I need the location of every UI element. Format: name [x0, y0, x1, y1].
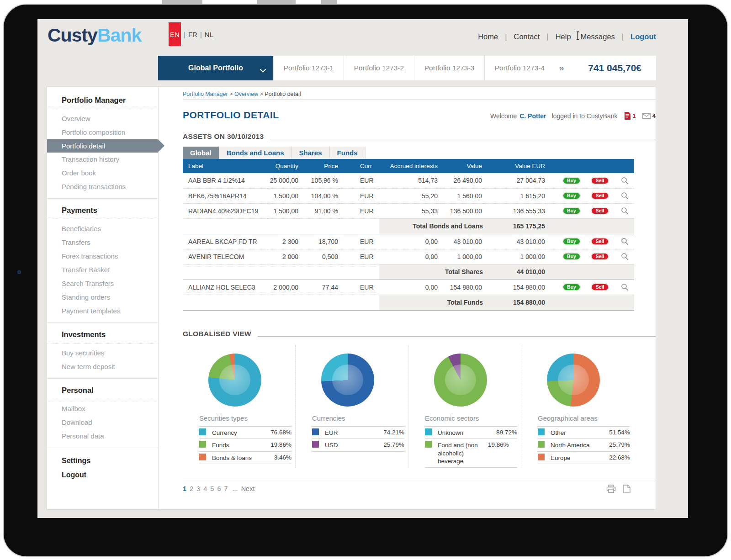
breadcrumb-portfolio-manager[interactable]: Portfolio Manager: [183, 91, 228, 97]
legend-value: 19.86%: [488, 441, 509, 448]
document-alert-icon[interactable]: [624, 111, 631, 120]
page-3[interactable]: 3: [196, 485, 200, 492]
asset-value-eur: 1 615,20: [483, 188, 546, 203]
language-switcher: EN | FR | NL: [169, 22, 213, 46]
search-icon[interactable]: [621, 253, 629, 260]
sell-button[interactable]: Sell: [591, 283, 609, 291]
legend-label: Other: [551, 428, 609, 437]
sidebar-item-personal-data[interactable]: Personal data: [47, 429, 158, 443]
sidebar-item-transaction-history[interactable]: Transaction history: [47, 153, 158, 166]
sell-button[interactable]: Sell: [591, 207, 609, 215]
legend-row: Bonds & loans 3.46%: [199, 452, 291, 465]
nav-contact[interactable]: Contact: [514, 32, 540, 41]
buy-button[interactable]: Buy: [562, 192, 581, 200]
lang-en[interactable]: EN: [169, 22, 181, 46]
print-icon[interactable]: [606, 485, 616, 493]
page-2[interactable]: 2: [190, 485, 193, 492]
lang-nl[interactable]: NL: [205, 31, 213, 38]
tab-shares[interactable]: Shares: [292, 147, 330, 159]
search-icon[interactable]: [621, 207, 629, 215]
camera-dot: [17, 270, 21, 274]
sidebar-item-forex-transactions[interactable]: Forex transactions: [47, 249, 158, 263]
page-5[interactable]: 5: [210, 485, 214, 492]
buy-button[interactable]: Buy: [562, 238, 581, 245]
buy-button[interactable]: Buy: [562, 283, 581, 291]
sell-button[interactable]: Sell: [591, 238, 609, 245]
sidebar-item-download[interactable]: Download: [47, 416, 158, 429]
mail-icon[interactable]: [642, 113, 651, 119]
tab-portfolio-1273-4[interactable]: Portfolio 1273-4: [484, 56, 555, 80]
asset-accrued: 55,33: [379, 203, 439, 218]
top-header: CustyBank EN | FR | NL Home | Contact | …: [37, 19, 688, 56]
sidebar-item-transfer-basket[interactable]: Transfer Basket: [47, 263, 158, 277]
sidebar-item-transfers[interactable]: Transfers: [47, 236, 158, 249]
sidebar-item-payment-templates[interactable]: Payment templates: [47, 304, 158, 318]
tab-global[interactable]: Global: [183, 147, 219, 159]
asset-value-eur: 27 004,73: [483, 173, 546, 188]
next-page-link[interactable]: Next: [241, 485, 255, 492]
more-portfolios-icon[interactable]: »: [555, 56, 566, 80]
sidebar-item-standing-orders[interactable]: Standing orders: [47, 291, 158, 304]
asset-price: 18,700: [299, 234, 339, 249]
sidebar-item-order-book[interactable]: Order book: [47, 166, 158, 180]
tab-portfolio-1273-2[interactable]: Portfolio 1273-2: [344, 56, 414, 80]
sell-button[interactable]: Sell: [591, 177, 609, 185]
search-icon[interactable]: [621, 192, 629, 200]
legend-row: Currency 76.68%: [199, 426, 291, 439]
sidebar-item-search-transfers[interactable]: Search Transfers: [47, 277, 158, 291]
nav-home[interactable]: Home: [478, 32, 498, 41]
tab-portfolio-1273-3[interactable]: Portfolio 1273-3: [414, 56, 484, 80]
lang-fr[interactable]: FR: [188, 31, 197, 38]
column-value-eur: Value EUR: [483, 159, 546, 173]
logo-part2: Bank: [97, 25, 141, 46]
breadcrumb-current: Portfolio detail: [265, 91, 301, 97]
legend-row: Funds 19.86%: [199, 439, 291, 452]
sidebar-item-portfolio-detail[interactable]: Portfolio detail: [47, 139, 158, 153]
nav-help[interactable]: Help: [556, 32, 571, 41]
legend-value: 19.86%: [270, 441, 291, 448]
legend-value: 22.68%: [609, 454, 630, 461]
export-document-icon[interactable]: [623, 485, 630, 493]
sidebar-item-settings[interactable]: Settings: [47, 454, 158, 468]
legend-value: 25.79%: [383, 441, 404, 448]
asset-quantity: 1 500,00: [267, 188, 299, 203]
assets-section-title: ASSETS ON 30/10/2013: [183, 132, 264, 141]
chart-title: Currencies: [312, 414, 408, 422]
sidebar-item-new-term-deposit[interactable]: New term deposit: [47, 360, 158, 374]
sidebar-item-mailbox[interactable]: Mailbox: [47, 402, 158, 416]
sidebar-item-buy-securities[interactable]: Buy securities: [47, 346, 158, 360]
buy-button[interactable]: Buy: [562, 253, 581, 260]
sidebar-item-portfolio-composition[interactable]: Portfolio composition: [47, 126, 158, 139]
page-4[interactable]: 4: [203, 485, 207, 492]
user-name[interactable]: C. Potter: [519, 112, 546, 120]
search-icon[interactable]: [621, 238, 629, 245]
tab-funds[interactable]: Funds: [330, 147, 366, 159]
page-1[interactable]: 1: [183, 485, 186, 492]
tab-bonds-and-loans[interactable]: Bonds and Loans: [219, 147, 292, 159]
globalised-section-title: GLOBALISED VIEW: [183, 330, 251, 338]
search-icon[interactable]: [621, 177, 629, 185]
sidebar-item-overview[interactable]: Overview: [47, 112, 158, 126]
nav-logout[interactable]: Logout: [630, 32, 656, 41]
portfolio-selector[interactable]: Global Portfolio: [158, 56, 273, 80]
asset-tabs: Global Bonds and Loans Shares Funds: [183, 147, 656, 159]
breadcrumb-overview[interactable]: Overview: [234, 91, 258, 97]
sidebar-item-pending-transactions[interactable]: Pending transactions: [47, 180, 158, 194]
buy-button[interactable]: Buy: [562, 207, 581, 215]
asset-value: 43 010,00: [439, 234, 483, 249]
asset-currency: EUR: [339, 173, 379, 188]
sell-button[interactable]: Sell: [591, 192, 609, 200]
page-7[interactable]: 7: [224, 485, 228, 492]
buy-button[interactable]: Buy: [562, 177, 581, 185]
sell-button[interactable]: Sell: [591, 253, 609, 260]
nav-messages[interactable]: Messages: [581, 32, 615, 41]
sidebar-item-logout[interactable]: Logout: [47, 468, 158, 482]
tab-portfolio-1273-1[interactable]: Portfolio 1273-1: [273, 56, 344, 80]
page-6[interactable]: 6: [217, 485, 221, 492]
asset-value: 1 560,00: [439, 188, 483, 203]
search-icon[interactable]: [621, 283, 629, 291]
sidebar-item-beneficiaries[interactable]: Beneficiaries: [47, 222, 158, 236]
chart-economic-sectors: Economic sectors Unknown 89.72% Food and…: [408, 345, 521, 468]
asset-price: 77,44: [299, 280, 339, 295]
legend-label: North America: [551, 441, 609, 449]
